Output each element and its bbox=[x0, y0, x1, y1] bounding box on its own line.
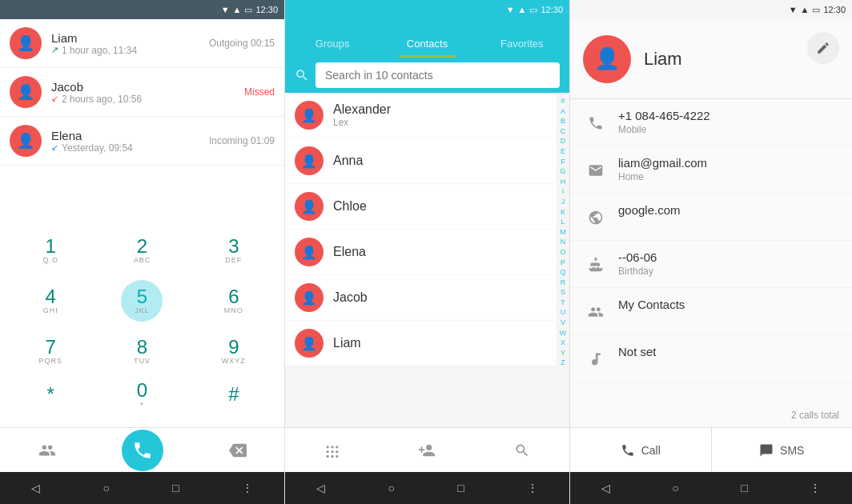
avatar-jacob: 👤 bbox=[10, 76, 42, 108]
dialpad-nav-button[interactable] bbox=[313, 431, 352, 470]
dial-key-5[interactable]: 5JKL bbox=[98, 274, 186, 328]
avatar: 👤 bbox=[295, 101, 324, 130]
home-button[interactable]: ○ bbox=[96, 475, 115, 501]
contact-info: Chloe bbox=[333, 199, 367, 214]
recent-button[interactable]: □ bbox=[734, 475, 754, 501]
detail-phone[interactable]: +1 084-465-4222 Mobile bbox=[570, 99, 852, 146]
birthday-value: --06-06 bbox=[618, 250, 657, 264]
dial-key-hash[interactable]: # bbox=[190, 374, 278, 414]
call-item-liam[interactable]: 👤 Liam ↗ 1 hour ago, 11:34 Outgoing 00:1… bbox=[0, 19, 284, 68]
tab-favorites[interactable]: Favorites bbox=[475, 28, 569, 58]
home-button[interactable]: ○ bbox=[381, 475, 400, 501]
detail-group[interactable]: My Contacts bbox=[570, 288, 852, 335]
battery-icon: ▭ bbox=[812, 5, 820, 15]
home-button[interactable]: ○ bbox=[665, 475, 685, 501]
contacts-nav-button[interactable] bbox=[28, 431, 66, 470]
phone-info: +1 084-465-4222 Mobile bbox=[618, 109, 710, 135]
ringtone-info: Not set bbox=[618, 345, 657, 358]
call-item-elena[interactable]: 👤 Elena ↙ Yesterday, 09:54 Incoming 01:0… bbox=[0, 117, 284, 166]
contact-info: Alexander Lex bbox=[333, 102, 391, 128]
call-direction-icon: ↙ bbox=[51, 142, 58, 153]
dial-key-2[interactable]: 2ABC bbox=[98, 230, 186, 270]
search-input[interactable] bbox=[315, 62, 560, 88]
dial-key-4[interactable]: 4GHI bbox=[6, 274, 94, 328]
call-action-button[interactable]: Call bbox=[570, 428, 712, 472]
tab-contacts[interactable]: Contacts bbox=[380, 28, 474, 58]
recent-button[interactable]: □ bbox=[451, 475, 470, 501]
birthday-info: --06-06 Birthday bbox=[618, 250, 657, 277]
email-value: liam@gmail.com bbox=[618, 156, 707, 170]
contact-item-chloe[interactable]: 👤 Chloe bbox=[285, 184, 557, 229]
search-icon bbox=[295, 68, 309, 82]
more-button[interactable]: ⋮ bbox=[235, 475, 259, 501]
call-duration: Missed bbox=[244, 86, 275, 98]
dial-key-0[interactable]: 0+ bbox=[98, 374, 186, 414]
contact-item-elena[interactable]: 👤 Elena bbox=[285, 230, 557, 274]
phone-label: Mobile bbox=[618, 124, 710, 135]
dial-grid: 1Q.O 2ABC 3DEF 4GHI 5JKL 6MNO 7PQRS 8TUV… bbox=[6, 230, 278, 414]
contact-item-jacob[interactable]: 👤 Jacob bbox=[285, 275, 557, 320]
dial-key-6[interactable]: 6MNO bbox=[190, 274, 278, 328]
dial-key-3[interactable]: 3DEF bbox=[190, 230, 278, 270]
bottom-nav-left bbox=[0, 427, 284, 472]
call-meta: ↙ Yesterday, 09:54 bbox=[51, 142, 209, 154]
status-bar-right: ▼ ▲ ▭ 12:30 bbox=[570, 0, 852, 19]
contact-info: Liam bbox=[333, 336, 361, 350]
detail-header: 👤 Liam bbox=[570, 19, 852, 99]
contact-info: Elena bbox=[333, 245, 366, 259]
tab-groups[interactable]: Groups bbox=[285, 28, 380, 58]
backspace-button[interactable] bbox=[219, 431, 257, 470]
back-button[interactable]: ◁ bbox=[25, 475, 46, 501]
add-contact-button[interactable] bbox=[408, 431, 446, 470]
more-button[interactable]: ⋮ bbox=[520, 475, 545, 501]
sys-nav-left: ◁ ○ □ ⋮ bbox=[0, 472, 284, 504]
time-left: 12:30 bbox=[255, 5, 278, 14]
web-icon bbox=[583, 205, 609, 230]
recent-button[interactable]: □ bbox=[166, 475, 185, 501]
call-item-jacob[interactable]: 👤 Jacob ↙ 2 hours ago, 10:56 Missed bbox=[0, 68, 284, 117]
phone-icon bbox=[583, 110, 609, 136]
search-contacts-button[interactable] bbox=[503, 431, 541, 470]
call-direction-icon: ↙ bbox=[51, 94, 58, 104]
call-name: Jacob bbox=[51, 80, 244, 94]
website-info: google.com bbox=[618, 203, 681, 217]
contact-item-alexander[interactable]: 👤 Alexander Lex bbox=[285, 93, 557, 138]
detail-items: +1 084-465-4222 Mobile liam@gmail.com Ho… bbox=[570, 99, 852, 403]
edit-button[interactable] bbox=[807, 32, 839, 64]
battery-icon: ▭ bbox=[529, 5, 537, 15]
back-button[interactable]: ◁ bbox=[595, 475, 617, 501]
call-direction-icon: ↗ bbox=[51, 45, 58, 55]
wifi-icon: ▲ bbox=[518, 5, 527, 14]
call-name: Elena bbox=[51, 129, 209, 142]
call-log-list: 👤 Liam ↗ 1 hour ago, 11:34 Outgoing 00:1… bbox=[0, 19, 284, 218]
avatar: 👤 bbox=[295, 283, 324, 312]
calls-total: 2 calls total bbox=[570, 403, 852, 427]
avatar: 👤 bbox=[295, 238, 324, 266]
call-duration: Incoming 01:09 bbox=[209, 135, 275, 146]
group-icon bbox=[583, 299, 609, 325]
contact-item-anna[interactable]: 👤 Anna bbox=[285, 138, 557, 183]
detail-ringtone[interactable]: Not set bbox=[570, 335, 852, 382]
back-button[interactable]: ◁ bbox=[310, 475, 332, 501]
status-icons-right: ▼ ▲ ▭ 12:30 bbox=[789, 5, 846, 15]
detail-birthday[interactable]: --06-06 Birthday bbox=[570, 241, 852, 288]
call-button[interactable] bbox=[122, 430, 163, 471]
dial-key-7[interactable]: 7PQRS bbox=[6, 331, 94, 371]
sms-action-button[interactable]: SMS bbox=[712, 428, 853, 472]
dial-key-8[interactable]: 8TUV bbox=[98, 331, 186, 371]
email-info: liam@gmail.com Home bbox=[618, 156, 707, 182]
detail-website[interactable]: google.com bbox=[570, 194, 852, 241]
alpha-index[interactable]: # A B C D E F G H I J K L M N O P Q R S … bbox=[557, 93, 569, 427]
detail-email[interactable]: liam@gmail.com Home bbox=[570, 146, 852, 194]
ringtone-value: Not set bbox=[618, 345, 657, 358]
dial-key-star[interactable]: * bbox=[6, 374, 94, 414]
status-icons-left: ▼ ▲ ▭ 12:30 bbox=[221, 5, 278, 15]
birthday-icon bbox=[583, 252, 609, 278]
contact-name: Chloe bbox=[333, 199, 367, 214]
dial-key-9[interactable]: 9WXYZ bbox=[190, 331, 278, 371]
time-right: 12:30 bbox=[823, 5, 846, 14]
dial-key-1[interactable]: 1Q.O bbox=[6, 230, 94, 270]
contact-name: Anna bbox=[333, 154, 363, 168]
more-button[interactable]: ⋮ bbox=[803, 475, 827, 501]
contact-item-liam[interactable]: 👤 Liam bbox=[285, 321, 557, 366]
